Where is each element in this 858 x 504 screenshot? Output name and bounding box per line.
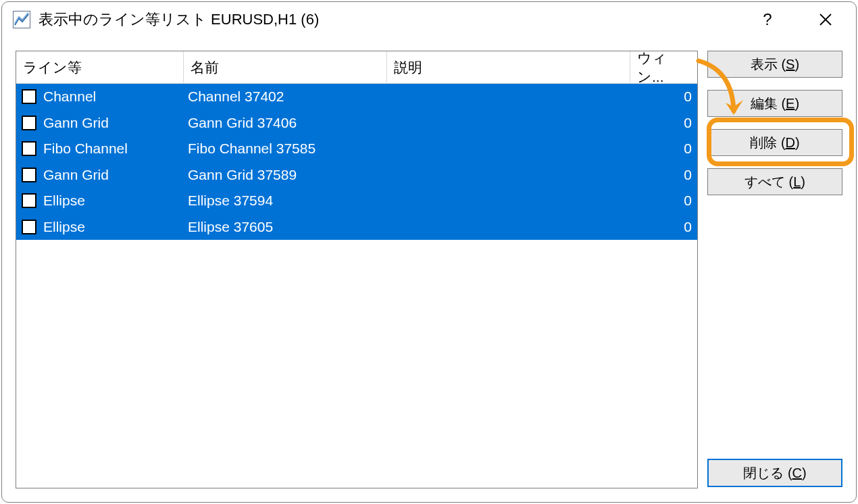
cell-line: Gann Grid [16, 167, 184, 183]
help-button[interactable]: ? [756, 10, 779, 29]
delete-button-hotkey: D [786, 135, 795, 151]
table-header: ライン等 名前 説明 ウィン... [16, 51, 697, 84]
row-checkbox[interactable] [22, 168, 36, 182]
table-row[interactable]: EllipseEllipse 375940 [16, 188, 697, 214]
cell-line: Ellipse [16, 219, 184, 235]
window-close-button[interactable] [814, 12, 837, 27]
table-body: ChannelChannel 374020Gann GridGann Grid … [16, 84, 697, 488]
edit-button[interactable]: 編集 (E) [707, 90, 842, 117]
table-row[interactable]: EllipseEllipse 376050 [16, 214, 697, 241]
cell-window: 0 [630, 141, 697, 157]
row-checkbox[interactable] [22, 141, 36, 156]
dialog-window: 表示中のライン等リスト EURUSD,H1 (6) ? ライン等 名前 説明 ウ… [1, 1, 857, 503]
close-button-hotkey: C [792, 465, 802, 481]
row-line-label: Fibo Channel [43, 141, 128, 157]
show-button-label: 表示 [751, 55, 778, 74]
row-line-label: Gann Grid [43, 115, 109, 131]
client-area: ライン等 名前 説明 ウィン... ChannelChannel 374020G… [2, 37, 856, 502]
table-row[interactable]: Gann GridGann Grid 375890 [16, 162, 697, 188]
column-header-desc[interactable]: 説明 [387, 51, 630, 83]
row-checkbox[interactable] [22, 89, 36, 104]
close-button-label: 閉じる [743, 464, 784, 482]
row-line-label: Ellipse [43, 193, 85, 209]
close-button[interactable]: 閉じる (C) [707, 459, 842, 487]
cell-name: Gann Grid 37406 [184, 115, 387, 131]
cell-line: Ellipse [16, 193, 184, 209]
row-line-label: Channel [43, 89, 96, 105]
table-row[interactable]: ChannelChannel 374020 [16, 84, 697, 110]
row-checkbox[interactable] [22, 193, 36, 208]
edit-button-label: 編集 [751, 95, 778, 113]
row-line-label: Gann Grid [43, 167, 109, 183]
cell-window: 0 [630, 193, 697, 209]
objects-table: ライン等 名前 説明 ウィン... ChannelChannel 374020G… [16, 51, 698, 488]
show-button-hotkey: S [786, 57, 794, 72]
cell-window: 0 [630, 89, 697, 105]
titlebar: 表示中のライン等リスト EURUSD,H1 (6) ? [2, 2, 856, 37]
table-row[interactable]: Gann GridGann Grid 374060 [16, 110, 697, 136]
cell-name: Ellipse 37594 [184, 193, 387, 209]
cell-line: Gann Grid [16, 115, 184, 131]
cell-window: 0 [630, 219, 697, 235]
delete-button-label: 削除 [750, 134, 777, 152]
edit-button-hotkey: E [786, 96, 794, 111]
side-buttons: 表示 (S) 編集 (E) 削除 (D) すべて (L) 閉じる (C) [707, 51, 842, 488]
cell-name: Gann Grid 37589 [184, 167, 387, 183]
column-header-name[interactable]: 名前 [184, 51, 387, 83]
column-header-line[interactable]: ライン等 [16, 51, 184, 83]
column-header-window[interactable]: ウィン... [630, 51, 697, 83]
cell-name: Ellipse 37605 [184, 219, 387, 235]
table-row[interactable]: Fibo ChannelFibo Channel 375850 [16, 136, 697, 162]
row-checkbox[interactable] [22, 116, 36, 130]
all-button[interactable]: すべて (L) [707, 168, 842, 195]
all-button-hotkey: L [793, 174, 801, 190]
show-button[interactable]: 表示 (S) [707, 51, 842, 78]
cell-name: Channel 37402 [184, 89, 387, 105]
cell-window: 0 [630, 115, 697, 131]
window-title: 表示中のライン等リスト EURUSD,H1 (6) [39, 9, 756, 30]
cell-line: Fibo Channel [16, 141, 184, 157]
row-line-label: Ellipse [43, 219, 85, 235]
app-icon [13, 11, 30, 28]
cell-line: Channel [16, 89, 184, 105]
title-controls: ? [756, 10, 851, 29]
delete-button[interactable]: 削除 (D) [707, 129, 842, 156]
cell-window: 0 [630, 167, 697, 183]
cell-name: Fibo Channel 37585 [184, 141, 387, 157]
row-checkbox[interactable] [22, 220, 36, 234]
all-button-label: すべて [745, 173, 785, 191]
